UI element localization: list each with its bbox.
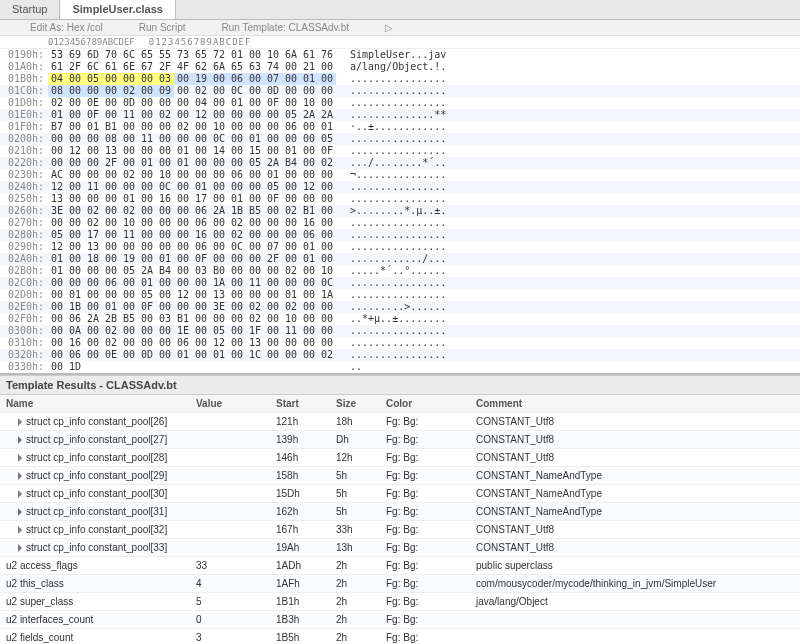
hex-row[interactable]: 0220h:0000002F00010001000000052AB40002..…: [0, 157, 800, 169]
hex-row[interactable]: 02C0h:0000000600010000001A00110000000C..…: [0, 277, 800, 289]
run-script-dropdown[interactable]: Run Script: [139, 22, 186, 33]
hex-editor[interactable]: 0190h:53696D706C65557365720100106A6176Si…: [0, 49, 800, 373]
template-results-title: Template Results - CLASSAdv.bt: [0, 375, 800, 395]
results-row[interactable]: struct cp_info constant_pool[26]121h18hF…: [0, 413, 800, 431]
toolbar: Edit As: Hex /col Run Script Run Templat…: [0, 20, 800, 36]
hex-row[interactable]: 0240h:1200110000000C000100000005001200..…: [0, 181, 800, 193]
hex-row[interactable]: 02E0h:001B0001000F0000003E000200020000..…: [0, 301, 800, 313]
results-grid-header: NameValueStartSizeColorComment: [0, 395, 800, 413]
hex-row[interactable]: 0310h:00160002000000060012001300000000..…: [0, 337, 800, 349]
results-grid[interactable]: struct cp_info constant_pool[26]121h18hF…: [0, 413, 800, 644]
run-button-icon[interactable]: ▷: [385, 22, 393, 33]
hex-row[interactable]: 0210h:0012001300000001001400150001000F..…: [0, 145, 800, 157]
hex-row[interactable]: 0190h:53696D706C65557365720100106A6176Si…: [0, 49, 800, 61]
results-row[interactable]: struct cp_info constant_pool[28]146h12hF…: [0, 449, 800, 467]
results-row[interactable]: u2 interfaces_count01B3h2hFg: Bg:: [0, 611, 800, 629]
hex-row[interactable]: 0290h:120013000000000006000C0007000100..…: [0, 241, 800, 253]
disclosure-right-icon[interactable]: [18, 436, 22, 444]
results-row[interactable]: struct cp_info constant_pool[27]139hDhFg…: [0, 431, 800, 449]
hex-row[interactable]: 0320h:0006000E000D00010001001C00000002..…: [0, 349, 800, 361]
results-row[interactable]: struct cp_info constant_pool[32]167h33hF…: [0, 521, 800, 539]
hex-row[interactable]: 01B0h:04000500000003001900060007000100..…: [0, 73, 800, 85]
hex-row[interactable]: 0250h:1300000001001600170001000F000000..…: [0, 193, 800, 205]
hex-row[interactable]: 02A0h:01001800190001000F0000002F000100..…: [0, 253, 800, 265]
tabs: Startup SimpleUser.class: [0, 0, 800, 20]
disclosure-right-icon[interactable]: [18, 508, 22, 516]
hex-row[interactable]: 02D0h:0001000000050012001300000001001A..…: [0, 289, 800, 301]
run-template-dropdown[interactable]: Run Template: CLASSAdv.bt: [222, 22, 349, 33]
hex-row[interactable]: 0270h:00000200100000000600020000001600..…: [0, 217, 800, 229]
results-row[interactable]: u2 super_class51B1h2hFg: Bg:java/lang/Ob…: [0, 593, 800, 611]
tab-startup[interactable]: Startup: [0, 0, 60, 19]
disclosure-right-icon[interactable]: [18, 454, 22, 462]
results-row[interactable]: u2 this_class41AFh2hFg: Bg:com/mousycode…: [0, 575, 800, 593]
disclosure-right-icon[interactable]: [18, 418, 22, 426]
results-row[interactable]: struct cp_info constant_pool[33]19Ah13hF…: [0, 539, 800, 557]
hex-row[interactable]: 01C0h:080000000200090002000C000D000000..…: [0, 85, 800, 97]
results-row[interactable]: u2 access_flags331ADh2hFg: Bg:public sup…: [0, 557, 800, 575]
disclosure-right-icon[interactable]: [18, 490, 22, 498]
results-row[interactable]: struct cp_info constant_pool[31]162h5hFg…: [0, 503, 800, 521]
tab-simpleuser[interactable]: SimpleUser.class: [60, 0, 176, 19]
hex-row[interactable]: 01F0h:B70001B1000000020010000000060001·.…: [0, 121, 800, 133]
hex-row[interactable]: 02B0h:01000000052AB40003B0000000020010..…: [0, 265, 800, 277]
hex-row[interactable]: 0300h:000A00020000001E0005001F00110000..…: [0, 325, 800, 337]
hex-row[interactable]: 02F0h:00062A2BB50003B10000000200100000..…: [0, 313, 800, 325]
results-row[interactable]: struct cp_info constant_pool[30]15Dh5hFg…: [0, 485, 800, 503]
edit-as-dropdown[interactable]: Edit As: Hex /col: [30, 22, 103, 33]
hex-row[interactable]: 01E0h:01000F00110002001200000000052A2A..…: [0, 109, 800, 121]
hex-column-header: 0123456789ABCDEF 0123456789ABCDEF: [0, 36, 800, 49]
hex-row[interactable]: 0260h:3E00020002000000062A1BB50002B100>.…: [0, 205, 800, 217]
disclosure-right-icon[interactable]: [18, 472, 22, 480]
results-row[interactable]: struct cp_info constant_pool[29]158h5hFg…: [0, 467, 800, 485]
results-row[interactable]: u2 fields_count31B5h2hFg: Bg:: [0, 629, 800, 644]
disclosure-right-icon[interactable]: [18, 526, 22, 534]
hex-row[interactable]: 01A0h:612F6C616E672F4F626A656374002100a/…: [0, 61, 800, 73]
hex-row[interactable]: 0330h:001D..: [0, 361, 800, 373]
hex-row[interactable]: 01D0h:02000E000D000000040001000F001000..…: [0, 97, 800, 109]
hex-row[interactable]: 0200h:0000000800110000000C000100000005..…: [0, 133, 800, 145]
hex-row[interactable]: 0230h:AC000000020010000000060001000000¬.…: [0, 169, 800, 181]
hex-row[interactable]: 0280h:05001700110000001600020000000600..…: [0, 229, 800, 241]
disclosure-right-icon[interactable]: [18, 544, 22, 552]
